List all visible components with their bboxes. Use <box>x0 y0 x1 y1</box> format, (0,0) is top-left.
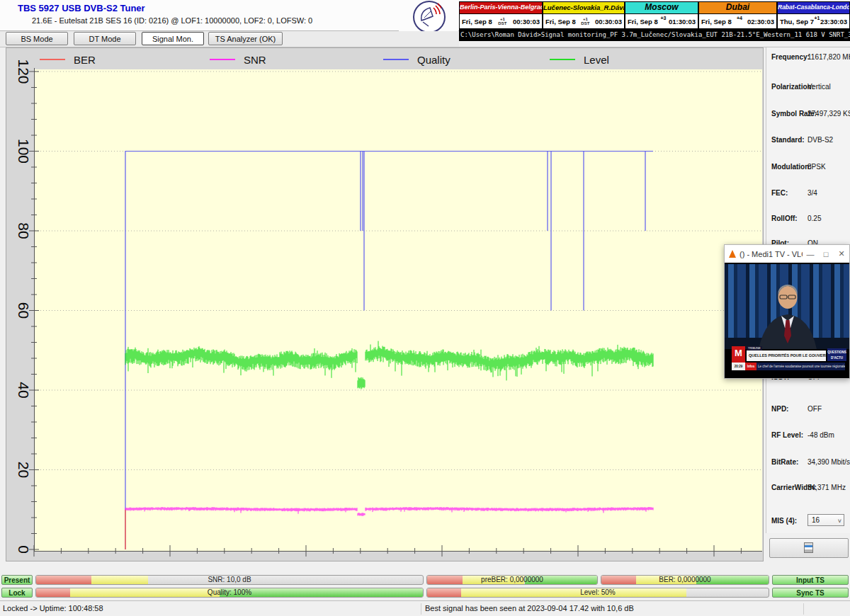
param-label-npd: NPD: <box>771 405 788 413</box>
tab-bs-mode[interactable]: BS Mode <box>6 32 68 45</box>
param-value-symbolrate: 27497,329 KS/s <box>808 110 850 118</box>
clock-city-label: Dubai <box>699 2 776 14</box>
param-label-fec: FEC: <box>771 189 788 197</box>
legend-label: Quality <box>417 54 450 66</box>
status-bar: Locked -> Uptime: 100:48:58 Best signal … <box>0 600 850 616</box>
legend-label: BER <box>74 54 96 66</box>
vlc-cone-icon <box>729 250 736 258</box>
input-ts-button[interactable]: Input TS <box>772 575 849 585</box>
param-value-bitrate: 34,390 Mbit/s <box>808 458 850 466</box>
signal-history-chart: 120100806040200 BERSNRQualityLevel <box>6 47 764 561</box>
clock-city-label: Lučenec-Slovakia_R.Dávid <box>543 2 624 14</box>
clock-city-label: Rabat-Casablanca-London <box>778 2 849 14</box>
lock-button[interactable]: Lock <box>1 588 33 598</box>
chart-canvas: 120100806040200 <box>6 48 763 561</box>
clock-berlin-paris-vienna-belgrade: Berlin-Paris-Vienna-BelgradeFri, Sep 8+1… <box>459 1 543 29</box>
snr-bar-label: SNR: 10,0 dB <box>36 576 423 584</box>
vlc-window[interactable]: () - Medi1 TV - VLC ... — □ ✕ M TRIBUNE <box>724 244 850 379</box>
lower-third-kicker: TRIBUNE <box>747 346 762 350</box>
clock-time: 01:30:03 <box>669 18 696 25</box>
mis-dropdown[interactable]: 16˅ <box>808 514 844 526</box>
param-value-standard: DVB-S2 <box>808 136 833 144</box>
log-button[interactable] <box>769 538 849 558</box>
console-text: C:\Users\Roman Dávid>Signal monitoring_P… <box>460 31 850 38</box>
legend-label: Level <box>584 54 609 66</box>
legend-item-level: Level <box>550 53 609 66</box>
ticker-label: Infos <box>745 363 756 370</box>
clock-utc-offset: +3 <box>660 16 666 21</box>
clock-utc-offset: +1DST <box>498 17 506 25</box>
legend-item-quality: Quality <box>383 53 450 66</box>
level-bar-label: Level: 50% <box>427 588 769 597</box>
legend-item-ber: BER <box>40 53 96 66</box>
y-axis-label: 0 <box>16 545 32 554</box>
preber-bar-label: preBER: 0,0000000 <box>427 576 597 584</box>
clock-time-row: Fri, Sep 8+402:30:03 <box>699 14 776 28</box>
app-title: TBS 5927 USB DVB-S2 Tuner <box>18 3 145 13</box>
divider <box>803 603 804 615</box>
clock-time-row: Fri, Sep 8+1DST00:30:03 <box>543 14 624 28</box>
present-button[interactable]: Present <box>1 575 33 585</box>
clock-utc-offset: +4 <box>737 16 742 21</box>
clock-time-row: Fri, Sep 8+301:30:03 <box>625 14 698 28</box>
vlc-titlebar[interactable]: () - Medi1 TV - VLC ... — □ ✕ <box>725 245 849 263</box>
clock-moscow: MoscowFri, Sep 8+301:30:03 <box>625 1 698 29</box>
sync-ts-button[interactable]: Sync TS <box>772 588 849 598</box>
console-path: C:\Users\Roman Dávid>Signal monitoring_P… <box>459 29 850 41</box>
ber-bar: BER: 0,0000000 <box>601 575 769 585</box>
clock-rabat-casablanca-london: Rabat-Casablanca-LondonThu, Sep 7+123:30… <box>777 1 850 29</box>
y-axis-label: 40 <box>16 382 32 398</box>
param-label-rflevel: RF Level: <box>771 431 803 439</box>
clock-city-label: Moscow <box>625 2 698 14</box>
clock-dubai: DubaiFri, Sep 8+402:30:03 <box>698 1 777 29</box>
questions-dactu-badge: QUESTIONS D'ACTU <box>827 348 846 361</box>
satellite-dish-icon <box>413 1 446 33</box>
clock-date: Thu, Sep 7 <box>780 18 814 25</box>
medi1-logo: M <box>732 346 745 363</box>
clock-time-row: Fri, Sep 8+1DST00:30:03 <box>460 14 542 28</box>
y-axis-label: 60 <box>16 302 32 319</box>
param-label-frequency: Frequency: <box>771 53 810 61</box>
preber-bar: preBER: 0,0000000 <box>426 575 598 585</box>
param-value-npd: OFF <box>808 405 822 413</box>
legend-line-icon <box>383 59 409 60</box>
legend-line-icon <box>210 59 235 60</box>
legend-label: SNR <box>244 54 266 66</box>
legend-line-icon <box>550 59 575 60</box>
legend-item-snr: SNR <box>210 53 266 66</box>
param-value-modulation: 8PSK <box>808 163 826 171</box>
tab-ts-analyzer-ok-[interactable]: TS Analyzer (OK) <box>208 32 283 45</box>
ticker-time: 20:29 <box>732 363 745 370</box>
ber-bar-label: BER: 0,0000000 <box>601 576 769 584</box>
close-button[interactable]: ✕ <box>834 249 849 258</box>
quality-bar-label: Quality: 100% <box>36 588 423 597</box>
divider <box>421 603 421 615</box>
tab-signal-mon-[interactable]: Signal Mon. <box>142 32 204 45</box>
minimize-button[interactable]: — <box>803 250 818 258</box>
clock-time: 23:30:03 <box>820 18 847 25</box>
badge-line1: QUESTIONS <box>827 350 846 355</box>
news-ticker: 20:29 Infos Le chef de l'armée soudanais… <box>732 363 845 370</box>
clock-city-label: Berlin-Paris-Vienna-Belgrade <box>460 2 542 14</box>
lock-uptime-status: Locked -> Uptime: 100:48:58 <box>3 604 103 612</box>
tbs-signal-monitor-screen: TBS 5927 USB DVB-S2 Tuner 21.6E - Eutels… <box>0 0 850 616</box>
legend-line-icon <box>40 59 65 60</box>
clock-time: 02:30:03 <box>747 18 774 25</box>
level-bar: Level: 50% <box>426 588 769 598</box>
vlc-video-area[interactable]: M TRIBUNE QUELLES PRIORITÉS POUR LE GOUV… <box>725 263 849 378</box>
y-axis-label: 80 <box>16 222 32 239</box>
param-label-modulation: Modulation: <box>771 163 812 171</box>
maximize-button[interactable]: □ <box>818 250 834 258</box>
clock-utc-offset: +1 <box>815 16 820 21</box>
presenter-figure <box>725 264 849 349</box>
param-value-rolloff: 0.25 <box>808 215 821 222</box>
y-axis-label: 100 <box>16 139 32 164</box>
param-value-rflevel: -48 dBm <box>808 431 834 439</box>
tab-dt-mode[interactable]: DT Mode <box>74 32 136 45</box>
param-label-rolloff: RollOff: <box>771 215 798 222</box>
snr-bar: SNR: 10,0 dB <box>35 575 424 585</box>
tv-studio-background <box>725 264 849 349</box>
clock-time-row: Thu, Sep 7+123:30:03 <box>778 14 849 28</box>
param-label-bitrate: BitRate: <box>771 458 798 466</box>
clock-date: Fri, Sep 8 <box>545 18 576 25</box>
